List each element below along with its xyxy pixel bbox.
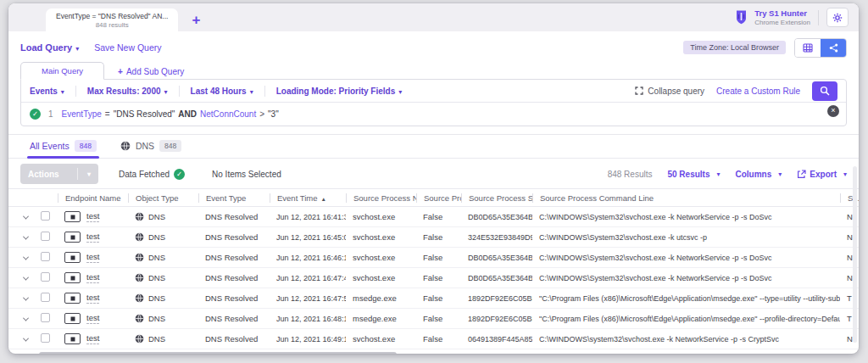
clear-query-button[interactable]: × xyxy=(827,105,839,117)
source-process-name-cell: msedge.exe xyxy=(346,293,416,303)
table-row[interactable]: test DNS DNS Resolved Jun 12, 2021 16:45… xyxy=(8,227,859,248)
row-expand-button[interactable] xyxy=(20,232,39,242)
row-expand-button[interactable] xyxy=(20,334,39,343)
divider xyxy=(75,86,76,97)
event-type-cell: DNS Resolved xyxy=(198,253,270,262)
chevron-down-icon xyxy=(23,254,29,260)
row-expand-button[interactable] xyxy=(20,253,39,262)
endpoint-name-link[interactable]: test xyxy=(86,211,99,222)
globe-icon xyxy=(135,232,144,242)
column-header-command-line[interactable]: Source Process Command Line xyxy=(532,193,840,203)
object-type-label: DNS xyxy=(148,293,165,303)
horizontal-scrollbar-thumb[interactable] xyxy=(39,352,397,354)
column-header-object-type[interactable]: Object Type xyxy=(128,193,198,203)
scope-dropdown[interactable]: Events▾ xyxy=(30,87,64,96)
divider xyxy=(179,86,180,97)
page-size-dropdown[interactable]: 50 Results▾ xyxy=(667,170,720,179)
query-expression-row[interactable]: ✓ 1 EventType="DNS Resolved"ANDNetConnCo… xyxy=(21,103,846,126)
share-view-toggle[interactable] xyxy=(821,39,846,57)
collapse-query-button[interactable]: Collapse query xyxy=(635,87,704,96)
table-view-toggle[interactable] xyxy=(795,39,821,57)
event-time-cell: Jun 12, 2021 16:49:10 xyxy=(270,335,346,343)
dns-count-badge: 848 xyxy=(159,140,181,152)
row-checkbox[interactable] xyxy=(39,272,58,283)
s1-hunter-extension-link[interactable]: Try S1 Hunter Chrome Extension xyxy=(733,8,810,26)
collapse-icon xyxy=(635,87,643,95)
query-tab[interactable]: EventType = "DNS Resolved" AN... 848 res… xyxy=(46,8,178,31)
row-checkbox[interactable] xyxy=(39,232,58,243)
table-row[interactable]: test DNS DNS Resolved Jun 12, 2021 16:41… xyxy=(8,207,859,227)
row-checkbox[interactable] xyxy=(39,293,58,304)
table-row[interactable]: test DNS DNS Resolved Jun 12, 2021 16:47… xyxy=(8,288,859,309)
horizontal-scrollbar-track xyxy=(27,352,847,354)
total-results-label: 848 Results xyxy=(608,170,653,179)
object-type-cell: DNS xyxy=(128,293,198,303)
endpoint-monitor-icon xyxy=(64,313,81,324)
row-checkbox[interactable] xyxy=(39,313,58,324)
columns-dropdown[interactable]: Columns▾ xyxy=(736,170,782,179)
query-token: "3" xyxy=(268,109,279,119)
new-query-tab-button[interactable]: + xyxy=(192,13,200,27)
query-tab-title: EventType = "DNS Resolved" AN... xyxy=(56,12,168,20)
add-sub-query-button[interactable]: +Add Sub Query xyxy=(118,67,184,76)
globe-icon xyxy=(135,273,144,282)
query-expression: EventType="DNS Resolved"ANDNetConnCount>… xyxy=(62,109,279,119)
checkbox-icon xyxy=(41,333,50,343)
create-custom-rule-button[interactable]: Create a Custom Rule xyxy=(716,87,800,96)
query-actions-row: Load Query▾ Save New Query Time Zone: Lo… xyxy=(20,31,847,57)
load-query-button[interactable]: Load Query▾ xyxy=(20,42,79,53)
source-pro-cell: False xyxy=(416,253,461,262)
row-expand-button[interactable] xyxy=(20,273,39,282)
settings-button[interactable] xyxy=(826,8,849,27)
tab-all-events[interactable]: All Events 848 xyxy=(27,136,99,158)
loading-mode-dropdown[interactable]: Loading Mode: Priority Fields▾ xyxy=(276,87,403,96)
actions-dropdown[interactable]: Actions ▾ xyxy=(20,164,98,184)
endpoint-name-link[interactable]: test xyxy=(86,232,99,243)
source-process-st-cell: DB0D65A35E364B83 xyxy=(461,213,532,221)
column-header-endpoint-name[interactable]: Endpoint Name xyxy=(58,193,128,203)
extension-subtitle: Chrome Extension xyxy=(754,19,810,26)
tab-dns[interactable]: DNS 848 xyxy=(118,136,184,158)
export-dropdown[interactable]: Export▾ xyxy=(797,170,847,179)
row-expand-button[interactable] xyxy=(20,314,39,323)
source-pro-cell: False xyxy=(416,232,461,242)
command-line-cell: C:\WINDOWS\system32\svchost.exe -k Netwo… xyxy=(532,335,840,343)
endpoint-monitor-icon xyxy=(64,293,81,304)
table-row[interactable]: test DNS DNS Resolved Jun 12, 2021 16:49… xyxy=(8,329,859,349)
selection-status: No Items Selected xyxy=(212,170,281,179)
column-header-source-process-st[interactable]: Source Process St... xyxy=(461,193,532,203)
table-row[interactable]: test DNS DNS Resolved Jun 12, 2021 16:48… xyxy=(8,309,859,329)
max-results-dropdown[interactable]: Max Results: 2000▾ xyxy=(87,87,168,96)
table-row[interactable]: test DNS DNS Resolved Jun 12, 2021 16:47… xyxy=(8,268,859,288)
row-expand-button[interactable] xyxy=(20,212,39,221)
run-query-button[interactable] xyxy=(812,81,837,101)
column-header-event-type[interactable]: Event Type xyxy=(198,193,270,203)
endpoint-name-link[interactable]: test xyxy=(86,272,99,283)
divider xyxy=(818,10,819,25)
endpoint-name-link[interactable]: test xyxy=(86,313,99,324)
table-row[interactable]: test DNS DNS Resolved Jun 12, 2021 16:46… xyxy=(8,248,859,268)
endpoint-monitor-icon xyxy=(64,211,81,222)
endpoint-name-link[interactable]: test xyxy=(86,252,99,263)
result-tabs: All Events 848 DNS 848 xyxy=(8,135,859,159)
time-range-dropdown[interactable]: Last 48 Hours▾ xyxy=(191,87,253,96)
column-header-event-time[interactable]: Event Time▲ xyxy=(270,193,346,203)
checkbox-icon xyxy=(41,252,50,261)
column-header-source-pro[interactable]: Source Pro... xyxy=(416,193,461,203)
chevron-down-icon xyxy=(23,336,29,342)
row-expand-button[interactable] xyxy=(20,293,39,303)
endpoint-name-link[interactable]: test xyxy=(86,293,99,304)
row-checkbox[interactable] xyxy=(39,252,58,263)
endpoint-name-link[interactable]: test xyxy=(86,333,99,344)
row-checkbox[interactable] xyxy=(39,211,58,222)
row-checkbox[interactable] xyxy=(39,333,58,344)
column-header-source-process-name[interactable]: Source Process N... xyxy=(346,193,416,203)
chevron-down-icon: ▾ xyxy=(398,88,402,96)
vertical-scrollbar[interactable] xyxy=(853,166,857,343)
event-type-cell: DNS Resolved xyxy=(198,232,270,242)
object-type-label: DNS xyxy=(148,212,165,221)
table-body: test DNS DNS Resolved Jun 12, 2021 16:41… xyxy=(8,207,859,349)
endpoint-cell: test xyxy=(58,293,128,304)
tab-main-query[interactable]: Main Query xyxy=(20,62,104,80)
save-new-query-button[interactable]: Save New Query xyxy=(94,42,161,53)
